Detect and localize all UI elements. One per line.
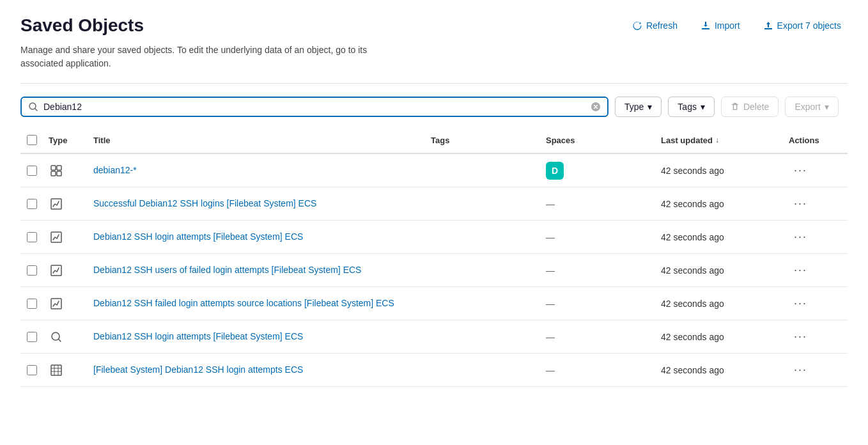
search-input[interactable] [43, 102, 585, 112]
search-type-icon [49, 329, 64, 345]
row4-type-cell [43, 258, 88, 283]
row4-checkbox[interactable] [27, 265, 37, 276]
visualization-type-icon-2 [49, 230, 64, 245]
export-selected-button: Export ▾ [785, 97, 838, 117]
search-icon [28, 102, 38, 112]
row2-actions-button[interactable]: ··· [789, 194, 812, 213]
row4-time-cell: 42 seconds ago [656, 260, 784, 281]
row2-title-link[interactable]: Successful Debian12 SSH logins [Filebeat… [93, 198, 316, 210]
tags-filter-button[interactable]: Tags ▾ [668, 97, 715, 117]
row4-space-dash: — [546, 265, 555, 276]
svg-rect-3 [57, 166, 61, 170]
row6-actions-button[interactable]: ··· [789, 327, 812, 346]
svg-point-10 [52, 332, 59, 340]
row2-actions-cell: ··· [784, 189, 848, 218]
visualization-type-icon-3 [49, 263, 64, 278]
export-all-icon [763, 20, 773, 31]
row1-space-badge: D [546, 162, 564, 180]
svg-rect-4 [51, 171, 56, 176]
table-row: Debian12 SSH login attempts [Filebeat Sy… [20, 320, 848, 354]
row1-title-link[interactable]: debian12-* [93, 164, 137, 177]
row7-space-dash: — [546, 365, 555, 375]
row6-checkbox[interactable] [27, 332, 37, 342]
row5-tags-cell [426, 299, 541, 309]
row4-title-cell: Debian12 SSH users of failed login attem… [88, 259, 426, 282]
objects-table: Type Title Tags Spaces Last updated ↓ Ac… [20, 127, 848, 387]
svg-rect-5 [57, 171, 61, 176]
type-filter-label: Type [624, 102, 644, 112]
row7-checkbox[interactable] [27, 365, 37, 375]
export-selected-label: Export [794, 102, 820, 112]
svg-rect-7 [51, 232, 61, 242]
row6-actions-cell: ··· [784, 322, 848, 351]
row6-title-cell: Debian12 SSH login attempts [Filebeat Sy… [88, 325, 426, 348]
import-button[interactable]: Import [694, 17, 747, 35]
row5-checkbox[interactable] [27, 299, 37, 309]
refresh-label: Refresh [646, 20, 678, 31]
clear-search-button[interactable] [591, 102, 601, 112]
row7-title-link[interactable]: [Filebeat System] Debian12 SSH login att… [93, 364, 303, 377]
row1-type-cell [43, 158, 88, 183]
row4-checkbox-cell[interactable] [20, 260, 43, 281]
export-selected-chevron-icon: ▾ [825, 102, 829, 112]
visualization-type-icon [49, 196, 64, 212]
row1-actions-cell: ··· [784, 156, 848, 185]
dashboard-type-icon [49, 163, 64, 178]
type-filter-button[interactable]: Type ▾ [615, 97, 662, 117]
refresh-button[interactable]: Refresh [626, 17, 684, 35]
svg-rect-8 [51, 265, 61, 276]
refresh-icon [632, 20, 642, 31]
row4-tags-cell [426, 265, 541, 276]
type-column-header: Type [43, 132, 88, 148]
row7-tags-cell [426, 365, 541, 375]
row3-title-link[interactable]: Debian12 SSH login attempts [Filebeat Sy… [93, 231, 303, 244]
header-actions: Refresh Import Export 7 objects [626, 17, 848, 35]
select-all-cell[interactable] [20, 132, 43, 148]
row3-actions-button[interactable]: ··· [789, 228, 812, 246]
last-updated-column-header: Last updated ↓ [656, 132, 784, 148]
row1-checkbox-cell[interactable] [20, 160, 43, 181]
row6-space-dash: — [546, 332, 555, 342]
export-all-label: Export 7 objects [777, 20, 841, 31]
select-all-checkbox[interactable] [27, 135, 37, 145]
spaces-column-header: Spaces [541, 132, 656, 148]
row1-checkbox[interactable] [27, 166, 37, 176]
row5-actions-button[interactable]: ··· [789, 294, 812, 313]
row3-checkbox[interactable] [27, 232, 37, 242]
sort-icon: ↓ [715, 136, 719, 144]
row7-actions-button[interactable]: ··· [789, 361, 812, 379]
row3-checkbox-cell[interactable] [20, 227, 43, 247]
tags-filter-label: Tags [678, 102, 697, 112]
row2-checkbox-cell[interactable] [20, 194, 43, 214]
row2-title-cell: Successful Debian12 SSH logins [Filebeat… [88, 192, 426, 215]
row2-tags-cell [426, 199, 541, 209]
row5-checkbox-cell[interactable] [20, 293, 43, 314]
table-row: Successful Debian12 SSH logins [Filebeat… [20, 187, 848, 221]
svg-rect-9 [51, 299, 61, 309]
page-title: Saved Objects [20, 15, 144, 36]
table-row: Debian12 SSH login attempts [Filebeat Sy… [20, 221, 848, 254]
export-all-button[interactable]: Export 7 objects [757, 17, 848, 35]
row7-spaces-cell: — [541, 360, 656, 380]
import-label: Import [715, 20, 740, 31]
row4-title-link[interactable]: Debian12 SSH users of failed login attem… [93, 264, 361, 277]
row2-time-cell: 42 seconds ago [656, 194, 784, 214]
table-row: debian12-* D 42 seconds ago ··· [20, 154, 848, 187]
row5-actions-cell: ··· [784, 289, 848, 318]
table-header: Type Title Tags Spaces Last updated ↓ Ac… [20, 127, 848, 154]
row5-spaces-cell: — [541, 293, 656, 314]
tags-column-header: Tags [426, 132, 541, 148]
row6-checkbox-cell[interactable] [20, 327, 43, 347]
row7-checkbox-cell[interactable] [20, 360, 43, 380]
row4-spaces-cell: — [541, 260, 656, 281]
row5-title-link[interactable]: Debian12 SSH failed login attempts sourc… [93, 297, 394, 310]
svg-rect-6 [51, 199, 61, 209]
row4-actions-button[interactable]: ··· [789, 261, 812, 279]
row6-title-link[interactable]: Debian12 SSH login attempts [Filebeat Sy… [93, 331, 303, 343]
row1-time-cell: 42 seconds ago [656, 160, 784, 181]
row1-actions-button[interactable]: ··· [789, 161, 812, 180]
title-column-header: Title [88, 132, 426, 148]
import-icon [701, 20, 711, 31]
indexpattern-type-icon [49, 363, 64, 378]
row2-checkbox[interactable] [27, 199, 37, 209]
